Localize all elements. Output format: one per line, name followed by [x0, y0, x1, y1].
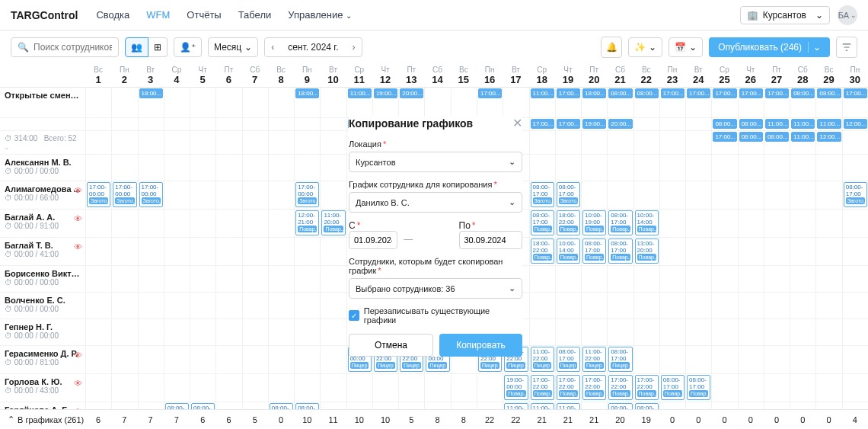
schedule-cell[interactable]	[320, 319, 346, 345]
schedule-cell[interactable]	[85, 374, 111, 402]
schedule-cell[interactable]	[790, 155, 815, 181]
schedule-cell[interactable]	[738, 293, 764, 319]
schedule-cell[interactable]	[685, 238, 711, 265]
schedule-cell[interactable]	[815, 238, 841, 265]
schedule-cell[interactable]	[320, 155, 346, 181]
schedule-cell[interactable]: 17:00...	[685, 88, 711, 117]
schedule-cell[interactable]	[711, 210, 737, 237]
schedule-cell[interactable]: 17:00-22:00Повар...	[607, 374, 633, 402]
schedule-cell[interactable]	[659, 181, 685, 209]
schedule-cell[interactable]	[320, 238, 346, 265]
schedule-cell[interactable]	[294, 266, 320, 292]
schedule-cell[interactable]	[164, 88, 190, 117]
schedule-cell[interactable]	[85, 346, 111, 373]
schedule-cell[interactable]: 11:00-22:00Пицер	[529, 346, 555, 373]
schedule-cell[interactable]: 17:00-00:00Загото...	[85, 181, 111, 209]
schedule-cell[interactable]	[529, 319, 555, 345]
schedule-cell[interactable]	[215, 131, 241, 154]
location-select[interactable]: 🏢 Курсантов ⌄	[740, 6, 830, 24]
schedule-cell[interactable]: 13:00-20:00Повар...	[633, 238, 659, 265]
schedule-cell[interactable]	[111, 374, 137, 402]
overwrite-checkbox[interactable]: ✓ Перезаписывать существующие графики	[349, 306, 522, 325]
schedule-cell[interactable]: 12:00...	[815, 131, 841, 154]
user-avatar[interactable]: БА⌄	[838, 5, 857, 25]
schedule-cell[interactable]	[790, 346, 815, 373]
schedule-cell[interactable]	[815, 210, 841, 237]
schedule-cell[interactable]	[190, 131, 215, 154]
schedule-cell[interactable]: 08:00-17:00Загото...	[555, 181, 581, 209]
schedule-cell[interactable]	[294, 238, 320, 265]
schedule-cell[interactable]	[164, 346, 190, 373]
schedule-cell[interactable]	[424, 374, 450, 402]
schedule-cell[interactable]	[242, 238, 268, 265]
schedule-cell[interactable]: 17:00-00:00Загото...	[294, 181, 320, 209]
schedule-cell[interactable]	[659, 155, 685, 181]
schedule-cell[interactable]	[294, 293, 320, 319]
schedule-cell[interactable]	[138, 131, 164, 154]
modal-target-select[interactable]: Выбрано сотрудников: 36⌄	[349, 278, 522, 299]
schedule-cell[interactable]	[268, 293, 294, 319]
schedule-cell[interactable]: 17:00...	[529, 118, 555, 130]
schedule-cell[interactable]	[659, 346, 685, 373]
schedule-cell[interactable]	[111, 266, 137, 292]
schedule-cell[interactable]	[111, 131, 137, 154]
schedule-cell[interactable]	[764, 374, 790, 402]
employee-cell[interactable]: Горлова К. Ю.⏱ 00:00 / 43:00👁	[0, 374, 85, 402]
schedule-cell[interactable]	[268, 181, 294, 209]
schedule-cell[interactable]	[607, 266, 633, 292]
schedule-cell[interactable]: 08:00-17:00Загото...	[529, 181, 555, 209]
employee-cell[interactable]: Баглай А. А.⏱ 00:00 / 91:00👁	[0, 210, 85, 237]
schedule-cell[interactable]	[790, 210, 815, 237]
schedule-cell[interactable]	[790, 374, 815, 402]
schedule-cell[interactable]	[138, 293, 164, 319]
schedule-cell[interactable]	[190, 374, 215, 402]
schedule-cell[interactable]	[607, 293, 633, 319]
schedule-cell[interactable]	[555, 319, 581, 345]
schedule-cell[interactable]: 17:00...	[711, 131, 737, 154]
view-people-button[interactable]: 👥	[125, 37, 148, 57]
schedule-cell[interactable]	[581, 293, 607, 319]
schedule-cell[interactable]	[581, 131, 607, 154]
schedule-cell[interactable]	[111, 88, 137, 117]
schedule-cell[interactable]	[164, 238, 190, 265]
schedule-cell[interactable]	[451, 88, 477, 117]
schedule-cell[interactable]	[451, 374, 477, 402]
schedule-cell[interactable]	[372, 374, 398, 402]
schedule-cell[interactable]	[215, 88, 241, 117]
schedule-cell[interactable]	[685, 210, 711, 237]
schedule-cell[interactable]	[294, 118, 320, 130]
schedule-cell[interactable]: 17:00...	[659, 88, 685, 117]
schedule-cell[interactable]	[294, 131, 320, 154]
schedule-cell[interactable]	[815, 181, 841, 209]
schedule-cell[interactable]	[268, 155, 294, 181]
schedule-cell[interactable]	[190, 155, 215, 181]
nav-manage[interactable]: Управление⌄	[288, 9, 351, 21]
schedule-cell[interactable]	[607, 155, 633, 181]
schedule-cell[interactable]	[711, 346, 737, 373]
schedule-cell[interactable]	[215, 238, 241, 265]
schedule-cell[interactable]	[138, 155, 164, 181]
schedule-cell[interactable]	[790, 319, 815, 345]
schedule-cell[interactable]	[790, 238, 815, 265]
schedule-cell[interactable]	[190, 88, 215, 117]
schedule-cell[interactable]	[85, 266, 111, 292]
schedule-cell[interactable]: 11:00...	[815, 118, 841, 130]
schedule-cell[interactable]	[815, 266, 841, 292]
schedule-cell[interactable]	[685, 118, 711, 130]
schedule-cell[interactable]	[581, 266, 607, 292]
next-period[interactable]: ›	[346, 38, 362, 56]
schedule-cell[interactable]	[842, 131, 868, 154]
cancel-button[interactable]: Отмена	[349, 334, 433, 357]
schedule-cell[interactable]	[711, 266, 737, 292]
schedule-cell[interactable]	[164, 118, 190, 130]
schedule-cell[interactable]	[164, 266, 190, 292]
schedule-cell[interactable]	[190, 238, 215, 265]
schedule-cell[interactable]	[268, 238, 294, 265]
schedule-cell[interactable]: 17:00-22:00Повар...	[581, 374, 607, 402]
search-input[interactable]: 🔍	[11, 37, 119, 57]
schedule-cell[interactable]	[685, 346, 711, 373]
schedule-cell[interactable]: 08:00-17:00Повар...	[607, 210, 633, 237]
schedule-cell[interactable]	[294, 155, 320, 181]
schedule-cell[interactable]	[85, 293, 111, 319]
employee-cell[interactable]: Баглай Т. В.⏱ 00:00 / 41:00👁	[0, 238, 85, 265]
